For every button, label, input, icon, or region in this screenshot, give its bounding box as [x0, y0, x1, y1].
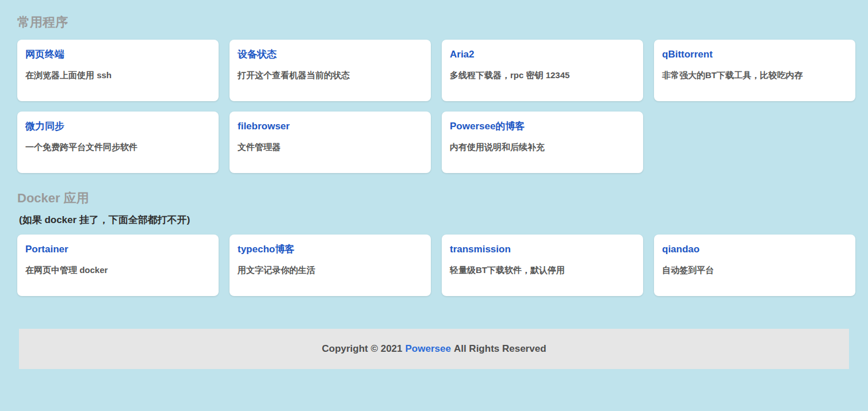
app-link-web-terminal[interactable]: 网页终端: [25, 48, 64, 61]
app-link-portainer[interactable]: Portainer: [25, 243, 68, 256]
app-link-qiandao[interactable]: qiandao: [662, 243, 699, 256]
app-desc-aria2: 多线程下载器，rpc 密钥 12345: [450, 70, 635, 81]
footer-powersee-link[interactable]: Powersee: [406, 343, 451, 355]
main-container: 常用程序 网页终端 在浏览器上面使用 ssh 设备状态 打开这个查看机器当前的状…: [0, 0, 868, 296]
app-link-qbittorrent[interactable]: qBittorrent: [662, 48, 713, 61]
common-apps-grid: 网页终端 在浏览器上面使用 ssh 设备状态 打开这个查看机器当前的状态 Ari…: [17, 40, 855, 173]
app-card-filebrowser: filebrowser 文件管理器: [230, 112, 431, 173]
docker-section-note: (如果 docker 挂了，下面全部都打不开): [19, 214, 855, 226]
app-link-aria2[interactable]: Aria2: [450, 48, 475, 61]
app-card-aria2: Aria2 多线程下载器，rpc 密钥 12345: [442, 40, 643, 101]
app-card-transmission: transmission 轻量级BT下载软件，默认停用: [442, 235, 643, 296]
app-card-powersee-blog: Powersee的博客 内有使用说明和后续补充: [442, 112, 643, 173]
app-desc-portainer: 在网页中管理 docker: [25, 264, 211, 276]
app-desc-transmission: 轻量级BT下载软件，默认停用: [450, 264, 635, 276]
app-desc-typecho: 用文字记录你的生活: [238, 264, 423, 276]
footer-bar: Copyright © 2021 Powersee All Rights Res…: [19, 329, 849, 369]
app-link-transmission[interactable]: transmission: [450, 243, 511, 256]
app-link-powersee-blog[interactable]: Powersee的博客: [450, 120, 525, 133]
app-card-qiandao: qiandao 自动签到平台: [654, 235, 855, 296]
section-heading-common-apps: 常用程序: [17, 0, 855, 30]
app-link-device-status[interactable]: 设备状态: [238, 48, 277, 61]
page-background: { "colors": { "page_background": "#bfe3e…: [0, 0, 868, 411]
footer-copyright-prefix: Copyright © 2021: [322, 343, 402, 355]
app-card-typecho: typecho博客 用文字记录你的生活: [230, 235, 431, 296]
app-desc-verysync: 一个免费跨平台文件同步软件: [25, 141, 211, 153]
app-card-portainer: Portainer 在网页中管理 docker: [17, 235, 219, 296]
app-card-web-terminal: 网页终端 在浏览器上面使用 ssh: [17, 40, 219, 101]
app-card-qbittorrent: qBittorrent 非常强大的BT下载工具，比较吃内存: [654, 40, 855, 101]
app-card-verysync: 微力同步 一个免费跨平台文件同步软件: [17, 112, 219, 173]
app-desc-qiandao: 自动签到平台: [662, 264, 847, 276]
section-heading-docker-apps: Docker 应用: [17, 191, 855, 206]
app-link-verysync[interactable]: 微力同步: [25, 120, 64, 133]
app-card-device-status: 设备状态 打开这个查看机器当前的状态: [230, 40, 431, 101]
app-link-typecho[interactable]: typecho博客: [238, 243, 295, 256]
app-link-filebrowser[interactable]: filebrowser: [238, 120, 290, 133]
app-desc-qbittorrent: 非常强大的BT下载工具，比较吃内存: [662, 70, 847, 81]
app-desc-filebrowser: 文件管理器: [238, 141, 423, 153]
app-desc-device-status: 打开这个查看机器当前的状态: [238, 70, 423, 81]
docker-apps-grid: Portainer 在网页中管理 docker typecho博客 用文字记录你…: [17, 235, 855, 296]
app-desc-powersee-blog: 内有使用说明和后续补充: [450, 141, 635, 153]
app-desc-web-terminal: 在浏览器上面使用 ssh: [25, 70, 211, 81]
footer-copyright-suffix: All Rights Reserved: [454, 343, 546, 355]
